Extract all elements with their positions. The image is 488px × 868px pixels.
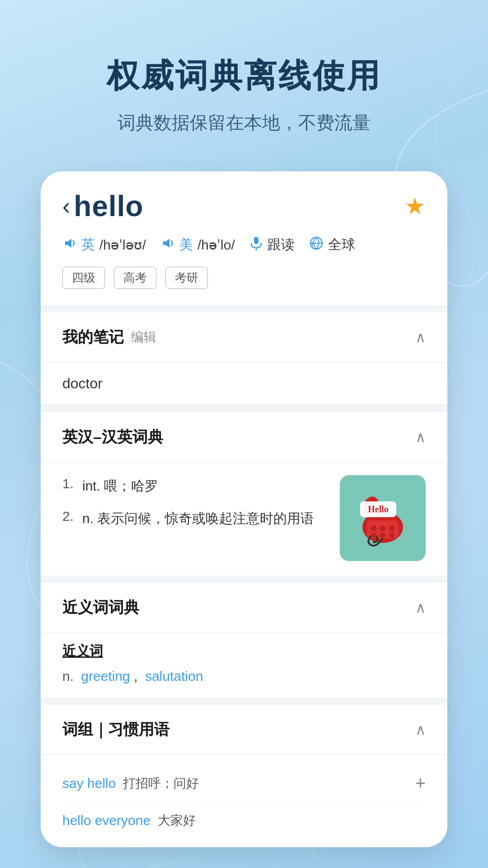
svg-point-9 — [371, 526, 376, 531]
word-back-title: ‹ hello — [62, 189, 144, 223]
phrase-en-say-hello[interactable]: say hello — [62, 776, 116, 791]
word-display: hello — [74, 189, 143, 223]
phrase-en-hello-everyone[interactable]: hello everyone — [62, 813, 150, 828]
phrase-add-icon-say-hello[interactable]: + — [415, 773, 426, 793]
synonym-greeting[interactable]: greeting — [81, 669, 130, 684]
def-text-1: int. 喂；哈罗 — [82, 475, 331, 497]
synonyms-row: n. greeting , salutation — [62, 664, 426, 689]
phrase-left-hello-everyone: hello everyone 大家好 — [62, 812, 196, 829]
american-pronunciation[interactable]: 美 /həˈlo/ — [160, 236, 235, 254]
global-label: 全球 — [328, 236, 355, 254]
svg-text:Hello: Hello — [368, 504, 389, 514]
synonyms-header-label: 近义词 — [62, 642, 426, 660]
back-button[interactable]: ‹ — [62, 194, 70, 218]
phrase-left-say-hello: say hello 打招呼；问好 — [62, 775, 199, 792]
phrases-chevron-icon: ∧ — [415, 721, 426, 738]
phrases-section: 词组｜习惯用语 ∧ say hello 打招呼；问好 + hello every… — [41, 705, 447, 847]
svg-point-13 — [380, 533, 385, 538]
microphone-icon — [249, 236, 263, 254]
en-zh-dict-content: 1. int. 喂；哈罗 2. n. 表示问候，惊奇或唤起注意时的用语 — [41, 462, 447, 576]
notes-text-value: doctor — [62, 375, 103, 392]
hero-title: 权威词典离线使用 — [107, 54, 381, 98]
word-header: ‹ hello ★ 英 /həˈləʊ/ — [41, 171, 447, 305]
definitions-list: 1. int. 喂；哈罗 2. n. 表示问候，惊奇或唤起注意时的用语 — [62, 475, 331, 540]
notes-title-row: 我的笔记 编辑 — [62, 327, 156, 348]
svg-point-12 — [371, 533, 376, 538]
en-zh-section-title: 英汉–汉英词典 — [62, 427, 163, 448]
global-button[interactable]: 全球 — [309, 236, 355, 254]
bookmark-star-icon[interactable]: ★ — [404, 193, 426, 220]
en-zh-chevron-icon: ∧ — [415, 429, 426, 446]
hero-subtitle: 词典数据保留在本地，不费流量 — [117, 110, 371, 135]
synonyms-section-title: 近义词词典 — [62, 597, 139, 618]
american-label: 美 — [179, 236, 193, 254]
notes-section-header[interactable]: 我的笔记 编辑 ∧ — [41, 312, 447, 363]
synonym-comma: , — [134, 669, 141, 684]
british-phonetic: /həˈləʊ/ — [99, 237, 146, 253]
svg-point-14 — [389, 533, 394, 538]
synonyms-section: 近义词词典 ∧ 近义词 n. greeting , salutation — [41, 583, 447, 698]
svg-point-10 — [380, 526, 385, 531]
notes-content: doctor — [41, 363, 447, 405]
phrase-cn-say-hello: 打招呼；问好 — [123, 775, 199, 792]
word-title-row: ‹ hello ★ — [62, 189, 426, 223]
synonym-salutation[interactable]: salutation — [145, 669, 203, 684]
tag-kaoyan: 考研 — [165, 267, 208, 289]
phrase-item-say-hello: say hello 打招呼；问好 + — [62, 764, 426, 803]
tag-gaokao: 高考 — [114, 267, 156, 289]
definitions-with-image: 1. int. 喂；哈罗 2. n. 表示问候，惊奇或唤起注意时的用语 — [62, 475, 426, 563]
en-zh-section-header[interactable]: 英汉–汉英词典 ∧ — [41, 412, 447, 462]
global-icon — [309, 236, 324, 254]
phrases-section-header[interactable]: 词组｜习惯用语 ∧ — [41, 705, 447, 755]
notes-section-title: 我的笔记 — [62, 327, 124, 348]
british-pronunciation[interactable]: 英 /həˈləʊ/ — [62, 236, 146, 254]
phrase-item-hello-everyone: hello everyone 大家好 — [62, 803, 426, 838]
audio-icon-american — [160, 236, 175, 254]
synonyms-pos: n. — [62, 669, 74, 684]
phrases-content: say hello 打招呼；问好 + hello everyone 大家好 — [41, 755, 447, 847]
tag-sijiu: 四级 — [62, 267, 105, 289]
dictionary-card: ‹ hello ★ 英 /həˈləʊ/ — [41, 171, 447, 847]
hello-illustration: Hello — [340, 475, 426, 563]
synonyms-section-header[interactable]: 近义词词典 ∧ — [41, 583, 447, 633]
notes-edit-button[interactable]: 编辑 — [131, 329, 156, 346]
def-number-2: 2. — [62, 509, 79, 524]
definition-item-1: 1. int. 喂；哈罗 — [62, 475, 331, 497]
american-phonetic: /həˈlo/ — [197, 237, 235, 253]
notes-section: 我的笔记 编辑 ∧ doctor — [41, 312, 447, 405]
def-text-2: n. 表示问候，惊奇或唤起注意时的用语 — [82, 508, 331, 529]
phrases-section-title: 词组｜习惯用语 — [62, 719, 169, 740]
follow-read-label: 跟读 — [267, 236, 295, 254]
audio-icon-british — [62, 236, 77, 254]
def-number-1: 1. — [62, 476, 79, 491]
definition-item-2: 2. n. 表示问候，惊奇或唤起注意时的用语 — [62, 508, 331, 529]
en-zh-dict-section: 英汉–汉英词典 ∧ 1. int. 喂；哈罗 2. n. 表示问候，惊奇或 — [41, 412, 447, 576]
notes-chevron-icon: ∧ — [415, 329, 426, 346]
follow-read-button[interactable]: 跟读 — [249, 236, 295, 254]
svg-rect-0 — [254, 237, 258, 244]
synonyms-chevron-icon: ∧ — [415, 599, 426, 616]
phrase-cn-hello-everyone: 大家好 — [158, 812, 196, 829]
exam-tags: 四级 高考 考研 — [62, 267, 426, 289]
british-label: 英 — [81, 236, 95, 254]
pronunciation-row: 英 /həˈləʊ/ 美 /həˈlo/ — [62, 236, 426, 254]
synonyms-content: 近义词 n. greeting , salutation — [41, 633, 447, 698]
svg-point-11 — [389, 526, 394, 531]
